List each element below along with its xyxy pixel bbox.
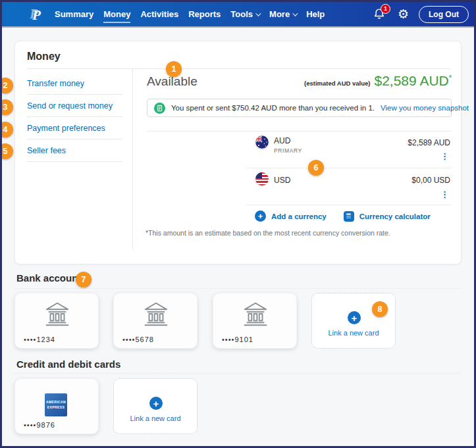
currency-code: USD <box>274 176 290 185</box>
annotation-badge-6: 6 <box>308 160 324 176</box>
card-number: ••••9876 <box>24 421 55 429</box>
notice-text: You spent or sent $750.42 AUD more than … <box>171 104 375 112</box>
currency-calculator-link[interactable]: Currency calculator <box>359 212 431 220</box>
bank-account-tile[interactable]: ••••5678 <box>113 293 198 349</box>
bank-account-tile[interactable]: ••••1234 <box>14 293 99 349</box>
calculator-icon[interactable] <box>344 211 354 222</box>
annotation-badge-3: 3 <box>0 99 13 115</box>
plus-icon: + <box>348 311 361 324</box>
paypal-logo-icon[interactable]: P P <box>30 6 44 23</box>
snapshot-icon <box>154 103 165 114</box>
usd-flag-icon <box>255 172 269 186</box>
currency-primary-tag: PRIMARY <box>274 147 302 154</box>
currency-row-aud: AUD PRIMARY <box>274 136 302 154</box>
nav-item-money[interactable]: Money <box>103 2 130 26</box>
annotation-badge-4: 4 <box>0 122 13 137</box>
nav-item-more[interactable]: More <box>269 2 296 26</box>
divider <box>14 373 462 374</box>
currency-actions: + Add a currency Currency calculator <box>255 211 431 222</box>
link-new-card-label: Link a new card <box>312 329 395 337</box>
aud-balance: $2,589 AUD <box>408 138 450 147</box>
sidebar-item-payment-preferences[interactable]: Payment preferences <box>27 117 122 139</box>
divider <box>246 205 452 205</box>
logout-button[interactable]: Log Out <box>419 6 469 23</box>
money-card: Money Transfer money Send or request mon… <box>14 41 462 264</box>
chevron-down-icon <box>292 11 298 16</box>
nav-item-help[interactable]: Help <box>306 2 325 26</box>
annotation-badge-1: 1 <box>166 61 182 77</box>
currency-code: AUD <box>274 136 302 145</box>
divider <box>132 68 133 249</box>
bank-account-tile[interactable]: ••••9101 <box>213 293 297 349</box>
nav-item-activities[interactable]: Activities <box>140 2 178 26</box>
bank-building-icon <box>240 300 271 330</box>
chevron-down-icon <box>255 11 261 16</box>
footnote-marker: * <box>449 74 452 82</box>
divider <box>147 131 452 132</box>
plus-icon: + <box>149 397 163 410</box>
aud-menu-dots-icon[interactable]: ⋮ <box>440 152 449 161</box>
bank-account-number: ••••9101 <box>222 336 253 343</box>
annotation-badge-8: 8 <box>372 301 388 317</box>
usd-menu-dots-icon[interactable]: ⋮ <box>440 190 449 199</box>
paypal-money-page: P P Summary Money Activities Reports Too… <box>0 0 476 448</box>
link-new-card-label: Link a new card <box>114 414 197 422</box>
settings-gear-icon[interactable]: ⚙ <box>398 8 409 20</box>
nav-items: Summary Money Activities Reports Tools M… <box>55 2 325 26</box>
sidebar-item-transfer-money[interactable]: Transfer money <box>27 72 122 95</box>
nav-item-summary[interactable]: Summary <box>55 2 93 26</box>
estimated-balance: (estimated AUD value) $2,589 AUD* <box>304 73 452 89</box>
annotation-badge-5: 5 <box>0 143 13 159</box>
bank-building-icon <box>141 300 171 330</box>
amex-logo-icon: AMERICAN EXPRESS <box>45 393 67 416</box>
available-amount: $2,589 AUD* <box>374 73 452 89</box>
link-new-card-tile[interactable]: + Link a new card <box>311 293 396 349</box>
estimate-footnote: *This amount is an estimate based on the… <box>145 229 390 237</box>
sidebar-item-send-or-request[interactable]: Send or request money <box>27 95 122 117</box>
annotation-badge-7: 7 <box>76 272 92 287</box>
usd-balance: $0,00 USD <box>411 176 450 185</box>
divider <box>27 68 450 69</box>
nav-right-cluster: 1 ⚙ Log Out <box>372 2 469 26</box>
nav-item-tools[interactable]: Tools <box>230 2 259 26</box>
available-header: Available (estimated AUD value) $2,589 A… <box>147 73 452 89</box>
bank-account-number: ••••1234 <box>24 336 55 343</box>
add-currency-link[interactable]: Add a currency <box>271 212 327 220</box>
link-new-card-tile[interactable]: + Link a new card <box>113 378 198 434</box>
divider <box>14 288 462 289</box>
top-navbar: P P Summary Money Activities Reports Too… <box>2 2 474 26</box>
aud-flag-icon <box>255 136 269 149</box>
add-currency-plus-icon[interactable]: + <box>255 211 266 222</box>
bank-building-icon <box>42 300 72 330</box>
annotation-badge-2: 2 <box>0 78 13 93</box>
notification-count-badge: 1 <box>381 4 390 14</box>
view-snapshot-link[interactable]: View you money snapshot <box>381 104 469 112</box>
page-title: Money <box>27 51 61 62</box>
nav-item-reports[interactable]: Reports <box>188 2 221 26</box>
payment-cards-title: Credit and debit cards <box>16 359 120 370</box>
sidebar-item-seller-fees[interactable]: Seller fees <box>27 139 122 162</box>
estimated-label: (estimated AUD value) <box>304 80 370 87</box>
money-snapshot-notice: You spent or sent $750.42 AUD more than … <box>147 99 452 117</box>
currency-row-usd: USD <box>274 176 290 185</box>
notifications-bell-icon[interactable]: 1 <box>372 6 388 23</box>
divider <box>246 168 452 168</box>
bank-account-number: ••••5678 <box>122 336 154 343</box>
amex-card-tile[interactable]: AMERICAN EXPRESS ••••9876 <box>14 378 99 434</box>
